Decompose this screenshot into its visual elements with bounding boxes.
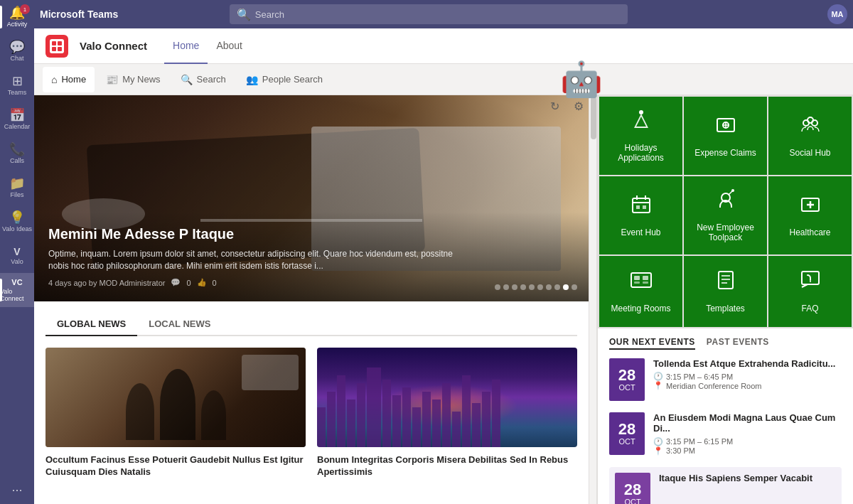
hero-dot-7[interactable] [546, 284, 552, 290]
avatar[interactable]: MA [827, 4, 847, 24]
people-search-icon: 👥 [246, 74, 258, 85]
hero-dot-10[interactable] [572, 284, 577, 290]
local-news-tab[interactable]: LOCAL NEWS [137, 313, 222, 336]
tile-event-label: Event Hub [621, 227, 660, 237]
sec-search-icon: 🔍 [181, 74, 193, 85]
tiles-grid: Holidays Applications Expense Claims [598, 95, 853, 328]
meeting-icon [630, 269, 653, 296]
tile-healthcare-label: Healthcare [789, 227, 830, 237]
holidays-icon [630, 108, 653, 136]
tile-employee-label: New Employee Toolpack [690, 222, 761, 243]
sidebar-item-valo-connect[interactable]: VC Valo Connect [0, 273, 34, 307]
tile-templates-label: Templates [706, 304, 745, 313]
hero-dot-5[interactable] [529, 284, 535, 290]
app-name: Valo Connect [80, 40, 147, 52]
event-item-2[interactable]: 28 OCT An Eiusdem Modi Magna Laus Quae C… [609, 412, 842, 456]
svg-rect-16 [643, 282, 648, 284]
event-3-month: OCT [624, 498, 640, 504]
tile-faq[interactable]: FAQ [768, 256, 852, 327]
tile-healthcare[interactable]: Healthcare [768, 176, 852, 254]
news-card-2-title: Bonum Integritas Corporis Misera Debilit… [317, 454, 577, 478]
tile-meeting-label: Meeting Rooms [611, 304, 670, 313]
app-nav-home[interactable]: Home [164, 28, 208, 64]
faq-icon [799, 269, 822, 296]
our-next-events-tab[interactable]: OUR NEXT EVENTS [609, 337, 695, 350]
sec-nav-home[interactable]: ⌂ Home [43, 67, 95, 92]
sec-nav-my-news[interactable]: 📰 My News [97, 67, 168, 92]
sidebar-item-calendar[interactable]: 📅 Calendar [0, 102, 34, 136]
event-1-month: OCT [618, 383, 635, 392]
app-header: Valo Connect Home About [34, 28, 853, 64]
tile-social-label: Social Hub [789, 148, 830, 158]
tile-holidays[interactable]: Holidays Applications [599, 97, 682, 175]
sidebar-item-valo[interactable]: V Valo [0, 239, 34, 273]
event-3-date-box: 28 OCT [615, 473, 650, 504]
hero-dot-2[interactable] [503, 284, 509, 290]
sidebar-more[interactable]: ··· [0, 476, 34, 504]
templates-icon [714, 269, 737, 296]
hero-dot-1[interactable] [495, 284, 500, 290]
global-news-tab[interactable]: GLOBAL NEWS [45, 313, 137, 336]
sec-nav-people-search[interactable]: 👥 People Search [237, 67, 331, 92]
meeting-image [45, 348, 306, 447]
pin-icon-2: 📍 [653, 446, 663, 456]
hero-dot-4[interactable] [520, 284, 526, 290]
teams-search-bar[interactable]: 🔍 [230, 4, 628, 24]
event-2-time: 🕐 3:15 PM – 6:15 PM [653, 437, 842, 446]
svg-rect-15 [634, 282, 640, 284]
event-3-title: Itaque His Sapiens Semper Vacabit [659, 473, 836, 484]
news-card-2[interactable]: Bonum Integritas Corporis Misera Debilit… [317, 348, 577, 478]
hero-dot-9[interactable] [563, 284, 569, 290]
svg-point-5 [808, 117, 813, 123]
news-tabs: GLOBAL NEWS LOCAL NEWS [45, 313, 577, 336]
news-grid: Occultum Facinus Esse Potuerit Gaudebit … [45, 348, 577, 478]
hero-dot-8[interactable] [554, 284, 560, 290]
activity-badge: 1 [20, 4, 30, 14]
tile-expense-label: Expense Claims [694, 148, 756, 158]
event-1-location: 📍 Meridian Conference Room [653, 381, 842, 390]
event-3-info: Itaque His Sapiens Semper Vacabit [659, 473, 836, 487]
tile-social[interactable]: Social Hub [768, 97, 852, 175]
tile-event[interactable]: Event Hub [599, 176, 682, 254]
scroll-thumb[interactable] [591, 97, 596, 139]
app-nav-about[interactable]: About [208, 28, 251, 64]
sidebar-item-teams[interactable]: ⊞ Teams [0, 68, 34, 102]
news-card-1[interactable]: Occultum Facinus Esse Potuerit Gaudebit … [45, 348, 306, 478]
event-icon [630, 193, 653, 220]
content-area: Memini Me Adesse P Itaque Optime, inquam… [34, 95, 853, 504]
hero-dot-3[interactable] [512, 284, 517, 290]
gear-button[interactable]: ⚙ [567, 95, 590, 117]
sidebar-item-chat[interactable]: 💬 Chat [0, 34, 34, 68]
scrollbar[interactable] [589, 95, 597, 504]
files-icon: 📁 [9, 177, 25, 190]
sidebar-item-calls[interactable]: 📞 Calls [0, 136, 34, 171]
refresh-button[interactable]: ↻ [543, 95, 566, 117]
svg-point-0 [639, 110, 643, 114]
sidebar-item-files[interactable]: 📁 Files [0, 171, 34, 205]
event-item-3[interactable]: 28 OCT Itaque His Sapiens Semper Vacabit [609, 467, 842, 504]
employee-icon [714, 188, 737, 215]
sidebar-item-valo-ideas[interactable]: 💡 Valo Ideas [0, 205, 34, 239]
news-card-2-image [317, 348, 577, 447]
teams-icon: ⊞ [12, 75, 23, 87]
tile-meeting[interactable]: Meeting Rooms [599, 256, 682, 327]
left-panel: Memini Me Adesse P Itaque Optime, inquam… [34, 95, 589, 504]
sidebar-item-activity[interactable]: 🔔 1 Activity [0, 0, 34, 34]
city-image [317, 348, 577, 447]
event-1-title: Tollenda Est Atque Extrahenda Radicitu..… [653, 358, 842, 370]
svg-rect-12 [631, 273, 651, 287]
hero-dot-6[interactable] [537, 284, 543, 290]
event-item-1[interactable]: 28 OCT Tollenda Est Atque Extrahenda Rad… [609, 358, 842, 401]
clock-icon-1: 🕐 [653, 372, 663, 381]
search-input[interactable] [255, 9, 621, 20]
news-card-1-image [45, 348, 306, 447]
event-2-month: OCT [618, 437, 635, 446]
tile-expense[interactable]: Expense Claims [684, 97, 767, 175]
event-2-title: An Eiusdem Modi Magna Laus Quae Cum Di..… [653, 412, 842, 434]
sec-nav-search[interactable]: 🔍 Search [172, 67, 235, 92]
tile-employee[interactable]: New Employee Toolpack [684, 176, 767, 254]
past-events-tab[interactable]: PAST EVENTS [707, 337, 769, 350]
tile-templates[interactable]: Templates [684, 256, 767, 327]
like-icon: 👍 [197, 278, 207, 287]
event-2-info: An Eiusdem Modi Magna Laus Quae Cum Di..… [653, 412, 842, 456]
